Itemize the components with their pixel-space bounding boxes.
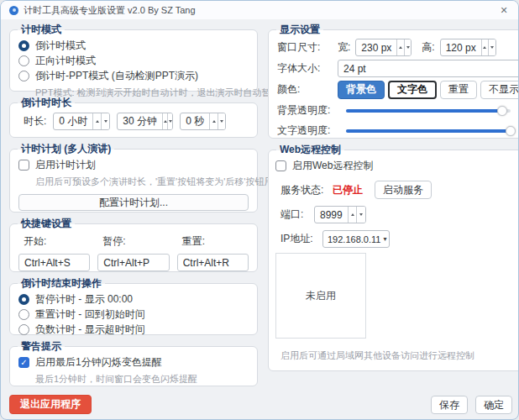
display-settings-title: 显示设置	[276, 24, 323, 36]
spin-up-icon[interactable]	[396, 39, 403, 55]
exit-app-button[interactable]: 退出应用程序	[9, 395, 92, 414]
radio-ppt-mode[interactable]: 倒计时-PPT模式 (自动检测PPT演示)	[18, 69, 249, 83]
spin-down-icon[interactable]	[101, 113, 109, 129]
bg-opacity-slider[interactable]	[346, 109, 511, 113]
left-column: 计时模式 倒计时模式 正向计时模式 倒计时-PPT模式 (自动检测PPT演示) …	[9, 24, 258, 414]
slider-fill	[346, 129, 511, 133]
spin-down-icon[interactable]	[404, 39, 411, 55]
text-opacity-value: 100%	[516, 125, 519, 137]
radio-icon	[18, 309, 29, 320]
web-remote-note: 启用后可通过局域网其他设备访问进行远程控制	[280, 349, 519, 362]
spin-up-icon[interactable]	[481, 39, 488, 55]
enable-flash-checkbox[interactable]: 启用最后1分钟闪烁变色提醒	[18, 355, 249, 370]
pause-hotkey-input[interactable]: Ctrl+Alt+P	[97, 254, 169, 271]
checkbox-checked-icon	[18, 357, 29, 368]
spin-up-icon[interactable]	[92, 113, 101, 129]
checkbox-icon	[18, 160, 29, 171]
ok-button[interactable]: 确定	[475, 396, 512, 414]
port-value[interactable]: 8999	[315, 207, 348, 223]
radio-reset-at-end[interactable]: 重置计时 - 回到初始时间	[18, 307, 249, 322]
reset-hotkey-label: 重置:	[182, 234, 249, 249]
bg-color-button[interactable]: 背景色	[338, 81, 385, 99]
text-opacity-slider[interactable]	[346, 129, 511, 133]
checkbox-label: 启用Web远程控制	[292, 159, 373, 173]
spin-down-icon[interactable]	[356, 207, 365, 223]
font-size-value[interactable]: 24 pt	[338, 60, 519, 76]
web-remote-title: Web远程控制	[276, 144, 344, 156]
start-service-button[interactable]: 启动服务	[375, 181, 432, 199]
slider-fill	[346, 109, 502, 113]
timer-mode-title: 计时模式	[18, 24, 65, 36]
seconds-value[interactable]: 0 秒	[181, 113, 209, 129]
service-status-value: 已停止	[333, 183, 363, 197]
hours-stepper[interactable]: 0 小时	[53, 113, 110, 130]
minutes-value[interactable]: 30 分钟	[118, 113, 162, 129]
close-icon[interactable]: ✕	[496, 3, 511, 17]
radio-icon	[18, 324, 29, 335]
radio-icon	[18, 71, 29, 81]
radio-countdown-mode[interactable]: 倒计时模式	[18, 39, 249, 53]
chevron-down-icon: ▾	[383, 236, 386, 243]
seconds-stepper[interactable]: 0 秒	[180, 113, 226, 130]
countdown-duration-group: 倒计时时长 时长: 0 小时 30 分钟 0 秒	[9, 102, 258, 138]
duration-label: 时长:	[24, 114, 46, 129]
height-value[interactable]: 120 px	[441, 39, 481, 55]
width-value[interactable]: 230 px	[356, 39, 396, 55]
radio-pause-at-end[interactable]: 暂停计时 - 显示 00:00	[18, 292, 249, 307]
end-action-title: 倒计时结束时操作	[18, 277, 105, 290]
ip-address-select[interactable]: 192.168.0.11 ▾	[322, 230, 390, 248]
height-stepper[interactable]: 120 px	[440, 39, 496, 56]
bg-opacity-label: 背景透明度:	[277, 103, 341, 118]
radio-label: 暂停计时 - 显示 00:00	[35, 292, 133, 307]
spin-down-icon[interactable]	[488, 39, 495, 55]
warning-group: 警告提示 启用最后1分钟闪烁变色提醒 最后1分钟时，时间窗口会变色闪烁提醒	[9, 346, 258, 386]
radio-label: 正向计时模式	[35, 54, 96, 68]
timer-mode-group: 计时模式 倒计时模式 正向计时模式 倒计时-PPT模式 (自动检测PPT演示) …	[9, 29, 258, 92]
countdown-duration-title: 倒计时时长	[18, 97, 75, 109]
settings-window: 计时工具高级专业版设置 v2.0 By SZ Tang ✕ 计时模式 倒计时模式…	[0, 0, 519, 420]
spin-down-icon[interactable]	[218, 113, 225, 129]
slider-handle[interactable]	[506, 126, 516, 136]
radio-selected-icon	[18, 40, 29, 51]
slider-handle[interactable]	[497, 106, 507, 116]
enable-plan-checkbox[interactable]: 启用计时计划	[18, 158, 249, 172]
service-status-label: 服务状态:	[280, 183, 333, 197]
height-label: 高:	[422, 40, 434, 55]
timer-plan-title: 计时计划 (多人演讲)	[18, 143, 114, 155]
hours-value[interactable]: 0 小时	[54, 113, 92, 129]
font-size-stepper[interactable]: 24 pt	[338, 60, 519, 77]
start-hotkey-label: 开始:	[24, 234, 90, 249]
checkbox-icon	[275, 160, 286, 171]
width-stepper[interactable]: 230 px	[355, 39, 412, 56]
ip-address-value: 192.168.0.11	[328, 234, 380, 244]
display-settings-group: 显示设置 窗口尺寸: 宽: 230 px 高: 120 px	[268, 29, 519, 139]
minutes-stepper[interactable]: 30 分钟	[117, 113, 173, 130]
save-button[interactable]: 保存	[431, 396, 468, 414]
reset-color-button[interactable]: 重置	[440, 81, 477, 99]
width-label: 宽:	[338, 40, 350, 55]
spin-down-icon[interactable]	[167, 113, 172, 129]
text-color-button[interactable]: 文字色	[388, 81, 437, 99]
radio-negative-at-end[interactable]: 负数计时 - 显示超时时间	[18, 323, 249, 337]
font-size-label: 字体大小:	[277, 61, 338, 76]
pause-hotkey-label: 暂停:	[102, 234, 169, 249]
start-hotkey-input[interactable]: Ctrl+Alt+S	[18, 254, 90, 271]
enable-web-remote-checkbox[interactable]: 启用Web远程控制	[275, 159, 519, 173]
radio-forward-mode[interactable]: 正向计时模式	[18, 54, 249, 68]
configure-plan-button[interactable]: 配置计时计划...	[18, 194, 249, 211]
radio-label: 重置计时 - 回到初始时间	[35, 307, 145, 322]
radio-icon	[18, 55, 29, 66]
spin-up-icon[interactable]	[348, 207, 357, 223]
no-background-button[interactable]: 不显示背景	[480, 81, 519, 99]
checkbox-label: 启用计时计划	[35, 158, 96, 172]
checkbox-label: 启用最后1分钟闪烁变色提醒	[35, 355, 162, 370]
port-stepper[interactable]: 8999	[314, 206, 366, 223]
spin-up-icon[interactable]	[209, 113, 217, 129]
reset-hotkey-input[interactable]: Ctrl+Alt+R	[177, 254, 249, 271]
title-bar: 计时工具高级专业版设置 v2.0 By SZ Tang ✕	[1, 1, 518, 19]
window-title: 计时工具高级专业版设置 v2.0 By SZ Tang	[24, 4, 496, 17]
port-label: 端口:	[280, 207, 314, 222]
qr-code-placeholder: 未启用	[275, 253, 366, 339]
color-label: 颜色:	[277, 82, 338, 97]
radio-label: 负数计时 - 显示超时时间	[35, 323, 145, 337]
